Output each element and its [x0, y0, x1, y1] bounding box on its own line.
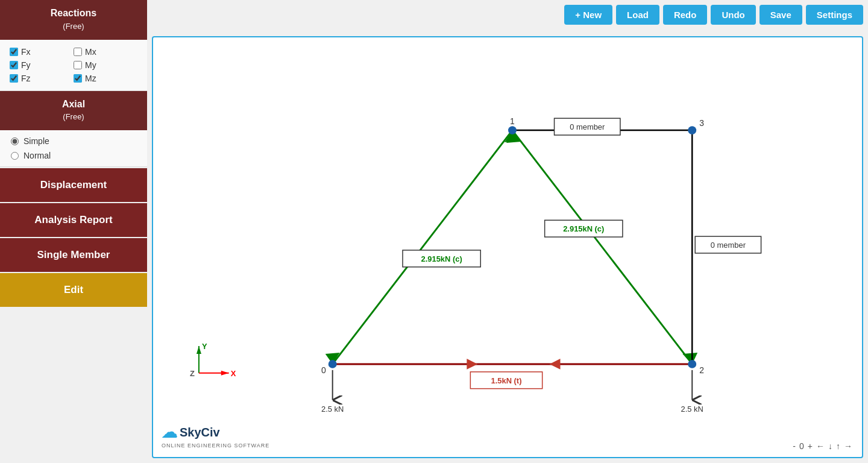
y-axis-arrow	[197, 346, 201, 354]
single-member-button[interactable]: Single Member	[0, 238, 147, 272]
skyciv-name: SkyCiv	[180, 426, 220, 439]
zoom-level: 0	[799, 441, 804, 451]
node-1-label: 1	[510, 116, 515, 126]
node-3	[688, 126, 696, 134]
label-text-0-1: 2.915kN (c)	[421, 254, 462, 263]
fx-label[interactable]: Fx	[10, 47, 74, 57]
node-1	[508, 126, 517, 134]
mz-label[interactable]: Mz	[74, 74, 137, 83]
structure-svg: 1 0 2 3 2.5 kN 2.5 kN 2.915kN (c) 2.915k…	[153, 37, 862, 457]
new-button[interactable]: + New	[564, 5, 612, 25]
skyciv-tagline: ONLINE ENGINEERING SOFTWARE	[162, 443, 269, 449]
z-axis-label: Z	[190, 369, 195, 378]
settings-button[interactable]: Settings	[806, 5, 863, 25]
edit-button[interactable]: Edit	[0, 273, 147, 307]
label-text-1-2: 2.915kN (c)	[563, 224, 604, 233]
mx-label[interactable]: Mx	[74, 47, 137, 57]
force-2-label: 2.5 kN	[681, 405, 703, 414]
simple-label[interactable]: Simple	[11, 136, 136, 146]
node-3-label: 3	[699, 118, 704, 128]
my-checkbox[interactable]	[74, 61, 82, 69]
checkboxes-area: Fx Mx Fy My Fz Mz	[0, 40, 147, 91]
label-text-0-2: 1.5kN (t)	[491, 376, 522, 385]
cloud-icon: ☁	[162, 423, 177, 442]
fy-label[interactable]: Fy	[10, 60, 74, 70]
save-button[interactable]: Save	[760, 5, 802, 25]
node-0-label: 0	[321, 365, 326, 375]
pan-up[interactable]: ↑	[836, 441, 840, 451]
arrow-0-2b	[550, 359, 561, 370]
load-button[interactable]: Load	[616, 5, 659, 25]
radio-area: Simple Normal	[0, 130, 147, 167]
redo-button[interactable]: Redo	[663, 5, 708, 25]
node-2	[688, 360, 696, 368]
my-label[interactable]: My	[74, 60, 137, 70]
member-0-1	[333, 130, 512, 364]
y-axis-label: Y	[202, 342, 207, 351]
mx-checkbox[interactable]	[74, 48, 82, 56]
x-axis-label: X	[231, 369, 236, 378]
main-canvas: 1 0 2 3 2.5 kN 2.5 kN 2.915kN (c) 2.915k…	[152, 36, 863, 458]
axial-header: Axial (Free)	[0, 91, 147, 131]
fz-checkbox[interactable]	[10, 74, 18, 83]
toolbar: + New Load Redo Undo Save Settings	[564, 5, 863, 25]
arrow-0-2a	[467, 359, 477, 370]
zoom-plus[interactable]: +	[808, 441, 813, 451]
pan-down[interactable]: ↓	[828, 441, 832, 451]
pan-left[interactable]: ←	[816, 441, 825, 451]
label-text-2-3: 0 member	[711, 241, 746, 250]
node-2-label: 2	[699, 365, 704, 375]
node-0	[329, 360, 337, 368]
displacement-button[interactable]: Displacement	[0, 168, 147, 202]
reactions-header: Reactions (Free)	[0, 0, 147, 40]
zoom-minus[interactable]: -	[793, 441, 796, 451]
label-text-1-3: 0 member	[570, 122, 605, 131]
fz-label[interactable]: Fz	[10, 74, 74, 83]
zoom-controls: - 0 + ← ↓ ↑ →	[793, 441, 852, 451]
mz-checkbox[interactable]	[74, 74, 82, 83]
sidebar: Reactions (Free) Fx Mx Fy My Fz Mz Axial…	[0, 0, 147, 463]
force-0-label: 2.5 kN	[321, 405, 344, 414]
analysis-report-button[interactable]: Analysis Report	[0, 203, 147, 237]
x-axis-arrow	[221, 371, 229, 376]
member-1-2	[512, 130, 692, 364]
fx-checkbox[interactable]	[10, 48, 18, 56]
fy-checkbox[interactable]	[10, 61, 18, 69]
pan-right[interactable]: →	[844, 441, 852, 451]
skyciv-logo: ☁ SkyCiv ONLINE ENGINEERING SOFTWARE	[162, 423, 269, 449]
normal-label[interactable]: Normal	[11, 151, 136, 160]
axis-indicator: Y X Z	[190, 342, 236, 378]
normal-radio[interactable]	[11, 152, 19, 160]
simple-radio[interactable]	[11, 137, 19, 145]
undo-button[interactable]: Undo	[711, 5, 755, 25]
